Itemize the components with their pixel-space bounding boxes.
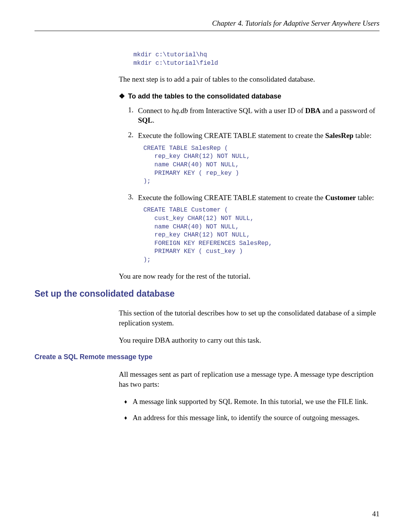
step-number: 2. — [128, 131, 138, 187]
step-body: Connect to hq.db from Interactive SQL wi… — [138, 106, 380, 125]
text: table: — [353, 131, 371, 140]
page-number: 41 — [372, 510, 380, 518]
step-3: 3. Execute the following CREATE TABLE st… — [128, 193, 380, 266]
step-body: Execute the following CREATE TABLE state… — [138, 131, 380, 187]
password: SQL — [138, 116, 153, 124]
text: Execute the following CREATE TABLE state… — [138, 131, 325, 140]
bullet-text: An address for this message link, to ide… — [133, 413, 380, 423]
bullet-icon: ♦ — [124, 413, 133, 423]
code-customer: CREATE TABLE Customer ( cust_key CHAR(12… — [143, 206, 380, 264]
step-number: 1. — [128, 106, 138, 125]
page-header: Chapter 4. Tutorials for Adaptive Server… — [34, 19, 380, 31]
procedure-heading: ❖To add the tables to the consolidated d… — [119, 92, 380, 100]
subsection-content: All messages sent as part of replication… — [119, 369, 380, 423]
list-item: ♦ A message link supported by SQL Remote… — [124, 397, 380, 407]
text: table: — [356, 194, 374, 202]
main-content: mkdir c:\tutorial\hq mkdir c:\tutorial\f… — [119, 51, 380, 281]
step-number: 3. — [128, 193, 138, 266]
step-1: 1. Connect to hq.db from Interactive SQL… — [128, 106, 380, 125]
procedure-title-text: To add the tables to the consolidated da… — [128, 92, 281, 100]
table-name: SalesRep — [325, 131, 353, 140]
step-2: 2. Execute the following CREATE TABLE st… — [128, 131, 380, 187]
bullet-icon: ♦ — [124, 397, 133, 407]
list-item: ♦ An address for this message link, to i… — [124, 413, 380, 423]
procedure-steps: 1. Connect to hq.db from Interactive SQL… — [128, 106, 380, 266]
step-body: Execute the following CREATE TABLE state… — [138, 193, 380, 266]
text: Connect to — [138, 107, 172, 115]
message-type-parts: ♦ A message link supported by SQL Remote… — [124, 397, 380, 422]
section-heading-setup: Set up the consolidated database — [34, 289, 380, 299]
file-name: hq.db — [172, 107, 188, 115]
text: from Interactive SQL with a user ID of — [188, 107, 305, 115]
text: . — [153, 116, 154, 124]
para-message-type: All messages sent as part of replication… — [119, 369, 380, 389]
bullet-text: A message link supported by SQL Remote. … — [133, 397, 380, 407]
code-salesrep: CREATE TABLE SalesRep ( rep_key CHAR(12)… — [143, 144, 380, 186]
table-name: Customer — [325, 194, 356, 202]
diamond-icon: ❖ — [119, 92, 128, 100]
section-content: This section of the tutorial describes h… — [119, 308, 380, 345]
code-mkdir: mkdir c:\tutorial\hq mkdir c:\tutorial\f… — [133, 51, 380, 67]
text: and a password of — [320, 107, 375, 115]
text: Execute the following CREATE TABLE state… — [138, 194, 325, 202]
para-next-step: The next step is to add a pair of tables… — [119, 74, 380, 84]
para-dba-authority: You require DBA authority to carry out t… — [119, 335, 380, 345]
para-ready: You are now ready for the rest of the tu… — [119, 271, 380, 281]
para-section-intro: This section of the tutorial describes h… — [119, 308, 380, 328]
user-id: DBA — [305, 107, 320, 115]
subsection-heading-message-type: Create a SQL Remote message type — [34, 353, 380, 361]
